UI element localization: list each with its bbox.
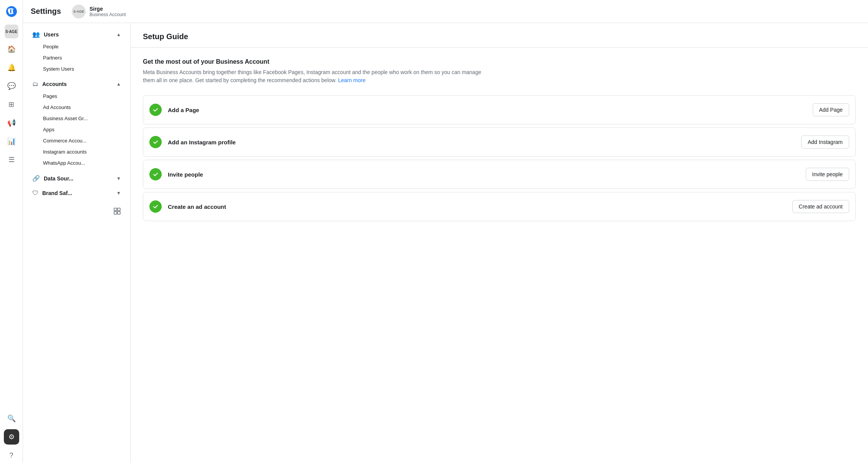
brand-safety-section: 🛡 Brand Saf... ▼: [23, 187, 130, 200]
data-sources-icon: 🔗: [32, 175, 40, 182]
sidebar-bottom: [23, 201, 130, 221]
help-icon[interactable]: ?: [4, 448, 19, 463]
accounts-section-label: Accounts: [42, 81, 67, 87]
setup-item-invite-people-label: Invite people: [168, 171, 203, 178]
layout-toggle-icon[interactable]: [110, 204, 124, 218]
business-selector[interactable]: S·AGE Sirge Business Account: [72, 5, 126, 18]
sidebar-item-instagram-accounts[interactable]: Instagram accounts: [26, 146, 127, 157]
users-section-label: Users: [44, 31, 59, 38]
data-sources-section-header[interactable]: 🔗 Data Sour... ▼: [26, 172, 127, 185]
setup-item-add-instagram: Add an Instagram profile Add Instagram: [143, 127, 856, 157]
data-sources-chevron-icon: ▼: [116, 176, 121, 181]
meta-logo: [5, 5, 18, 18]
add-instagram-button[interactable]: Add Instagram: [801, 136, 849, 149]
learn-more-link[interactable]: Learn more: [338, 77, 366, 83]
brand-safety-icon: 🛡: [32, 190, 38, 197]
search-icon[interactable]: 🔍: [4, 411, 19, 426]
data-sources-label: Data Sour...: [44, 175, 73, 182]
business-type: Business Account: [89, 12, 126, 17]
svg-rect-1: [118, 208, 120, 211]
check-circle-invite-people: [149, 168, 162, 180]
add-page-button[interactable]: Add Page: [813, 103, 850, 116]
sidebar-item-people[interactable]: People: [26, 41, 127, 52]
sidebar-item-commerce-accounts[interactable]: Commerce Accou...: [26, 135, 127, 146]
icon-rail: S·AGE 🏠 🔔 💬 ⊞ 📢 📊 ☰ 🔍 ⚙ ?: [0, 0, 23, 463]
users-section-header[interactable]: 👥 Users ▲: [26, 28, 127, 41]
data-sources-section: 🔗 Data Sour... ▼: [23, 172, 130, 185]
users-sub-items: People Partners System Users: [23, 41, 130, 76]
setup-item-add-page-left: Add a Page: [149, 104, 199, 116]
sidebar-item-ad-accounts[interactable]: Ad Accounts: [26, 102, 127, 113]
invite-people-button[interactable]: Invite people: [806, 168, 849, 181]
setup-item-add-instagram-label: Add an Instagram profile: [168, 139, 236, 146]
business-avatar: S·AGE: [72, 5, 86, 18]
business-page-badge[interactable]: S·AGE: [5, 25, 18, 38]
users-section: 👥 Users ▲ People Partners System Users: [23, 28, 130, 76]
sidebar-item-apps[interactable]: Apps: [26, 124, 127, 135]
create-ad-account-button[interactable]: Create ad account: [792, 200, 849, 213]
accounts-section-header[interactable]: 🗂 Accounts ▲: [26, 78, 127, 91]
sidebar: 👥 Users ▲ People Partners System Users: [23, 23, 131, 463]
check-circle-add-page: [149, 104, 162, 116]
settings-icon[interactable]: ⚙: [4, 429, 19, 445]
setup-guide-header: Setup Guide: [131, 23, 868, 48]
users-section-icon: 👥: [32, 31, 40, 38]
sidebar-item-system-users[interactable]: System Users: [26, 63, 127, 74]
check-circle-add-instagram: [149, 136, 162, 148]
check-circle-create-ad-account: [149, 200, 162, 213]
business-name: Sirge: [89, 6, 126, 12]
setup-items: Add a Page Add Page: [143, 95, 856, 221]
brand-safety-chevron-icon: ▼: [116, 190, 121, 196]
accounts-section: 🗂 Accounts ▲ Pages Ad Accounts Business …: [23, 78, 130, 170]
analytics-icon[interactable]: 📊: [4, 134, 19, 149]
setup-item-add-page: Add a Page Add Page: [143, 95, 856, 124]
sidebar-item-pages[interactable]: Pages: [26, 91, 127, 102]
setup-item-create-ad-account: Create an ad account Create ad account: [143, 192, 856, 221]
setup-guide-title: Setup Guide: [143, 32, 856, 41]
pages-icon[interactable]: ⊞: [4, 97, 19, 112]
sidebar-item-business-asset-groups[interactable]: Business Asset Gr...: [26, 113, 127, 124]
setup-intro-title: Get the most out of your Business Accoun…: [143, 58, 856, 65]
setup-item-add-instagram-left: Add an Instagram profile: [149, 136, 236, 148]
svg-rect-3: [118, 212, 120, 214]
setup-intro-desc: Meta Business Accounts bring together th…: [143, 68, 489, 84]
messages-icon[interactable]: 💬: [4, 78, 19, 94]
sidebar-item-whatsapp-accounts[interactable]: WhatsApp Accou...: [26, 157, 127, 169]
svg-rect-2: [114, 212, 117, 214]
accounts-section-icon: 🗂: [32, 81, 38, 88]
menu-icon[interactable]: ☰: [4, 152, 19, 167]
setup-item-create-ad-account-left: Create an ad account: [149, 200, 226, 213]
sidebar-item-partners[interactable]: Partners: [26, 52, 127, 63]
notifications-icon[interactable]: 🔔: [4, 60, 19, 75]
page-title: Settings: [31, 7, 61, 16]
business-info: Sirge Business Account: [89, 6, 126, 17]
setup-item-invite-people-left: Invite people: [149, 168, 203, 180]
brand-safety-label: Brand Saf...: [42, 190, 72, 196]
content-area: Setup Guide Get the most out of your Bus…: [131, 23, 868, 463]
brand-safety-section-header[interactable]: 🛡 Brand Saf... ▼: [26, 187, 127, 200]
home-icon[interactable]: 🏠: [4, 41, 19, 57]
setup-item-create-ad-account-label: Create an ad account: [168, 203, 226, 210]
setup-item-add-page-label: Add a Page: [168, 107, 199, 113]
campaigns-icon[interactable]: 📢: [4, 115, 19, 131]
accounts-chevron-icon: ▲: [116, 81, 121, 87]
top-header: Settings S·AGE Sirge Business Account: [23, 0, 868, 23]
accounts-sub-items: Pages Ad Accounts Business Asset Gr... A…: [23, 91, 130, 170]
svg-rect-0: [114, 208, 117, 211]
content-inner: Setup Guide Get the most out of your Bus…: [131, 23, 868, 463]
setup-guide-body: Get the most out of your Business Accoun…: [131, 48, 868, 232]
setup-item-invite-people: Invite people Invite people: [143, 160, 856, 189]
users-chevron-icon: ▲: [116, 32, 121, 37]
